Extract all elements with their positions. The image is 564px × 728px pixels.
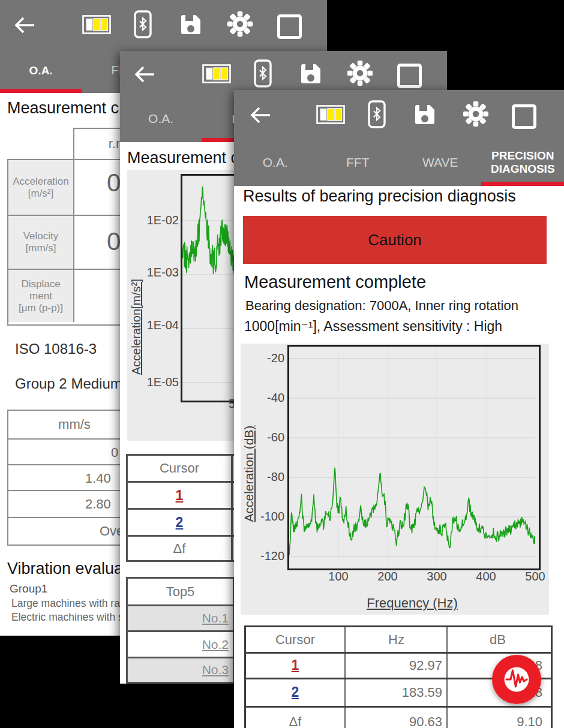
back-arrow-icon[interactable] [12, 13, 36, 37]
x-tick-label: 400 [468, 570, 504, 583]
col-header-db: dB [448, 627, 547, 652]
threshold-value: 0 [111, 445, 118, 461]
top5-no2-link[interactable]: No.2 [128, 632, 229, 658]
group1-desc-line: Electric machines with s [11, 611, 124, 624]
y-tick-label: 1E-04 [138, 318, 179, 332]
cursor-2-link[interactable]: 2 [128, 510, 231, 537]
y-tick-label: 1E-05 [138, 375, 179, 389]
stop-square-icon[interactable] [397, 64, 422, 88]
bluetooth-phone-icon[interactable] [134, 10, 152, 38]
row-label-displacement: Displace ment [μm (p-p)] [8, 270, 74, 322]
screen: { "colors": { "toolbar_gray": "#757575",… [0, 0, 564, 728]
stop-square-icon[interactable] [277, 14, 302, 39]
delta-f-db: 9.10 [448, 708, 542, 728]
tab-oa[interactable]: O.A. [120, 96, 202, 142]
x-tick-label: 500 [517, 570, 553, 583]
col-header-hz: Hz [346, 627, 446, 652]
top5-no1-link[interactable]: No.1 [128, 606, 229, 632]
tab-label: PRECISION DIAGNOSIS [485, 149, 561, 176]
top5-no3-link[interactable]: No.3 [128, 658, 229, 682]
active-tab-underline [0, 89, 82, 93]
x-tick-label: 300 [419, 570, 455, 583]
threshold-value: 2.80 [85, 497, 111, 512]
delta-f-label: Δf [246, 708, 344, 728]
cursor-1-link[interactable]: 1 [128, 483, 231, 510]
group-text: Group 2 Medium- [15, 375, 127, 392]
stop-square-icon[interactable] [512, 104, 536, 129]
settings-gear-icon[interactable] [227, 11, 253, 37]
tab-bar: O.A. FFT WAVE PRECISION DIAGNOSIS [234, 139, 564, 186]
tab-label: FFT [346, 155, 369, 170]
tab-precision-diagnosis[interactable]: PRECISION DIAGNOSIS [482, 139, 564, 186]
bluetooth-phone-icon[interactable] [368, 100, 386, 128]
precision-chart [289, 347, 535, 565]
tab-label: O.A. [148, 112, 173, 126]
y-tick-label: 1E-03 [138, 266, 179, 279]
tab-label: O.A. [29, 64, 53, 77]
measurement-complete-heading: Measurement complete [244, 272, 426, 292]
label-line: [mm/s] [8, 242, 73, 254]
caution-status-banner: Caution [243, 216, 547, 264]
waveform-pulse-icon [492, 655, 541, 704]
label-line: Displace [8, 278, 73, 290]
y-tick-label: -100 [246, 510, 284, 524]
top5-header: Top5 [128, 579, 233, 604]
tab-oa[interactable]: O.A. [234, 139, 317, 186]
back-arrow-icon[interactable] [248, 103, 272, 127]
label-line: Acceleration [8, 176, 73, 188]
row-label-velocity: Velocity [mm/s] [8, 216, 74, 269]
tab-label: O.A. [263, 155, 288, 170]
cursor-1-hz: 92.97 [346, 654, 442, 678]
toolbar [234, 90, 564, 139]
cursor-1-link[interactable]: 1 [246, 654, 344, 678]
battery-icon[interactable] [82, 15, 111, 34]
label-line: Velocity [8, 230, 73, 242]
label-line: [μm (p-p)] [8, 302, 73, 314]
toolbar [0, 0, 327, 48]
iso-standard-text: ISO 10816-3 [15, 341, 97, 357]
bluetooth-phone-icon[interactable] [254, 59, 272, 88]
save-floppy-icon[interactable] [413, 103, 437, 127]
tab-label: WAVE [422, 155, 458, 170]
velocity-value: 0 [107, 227, 121, 256]
y-tick-label: -120 [246, 549, 284, 563]
delta-f-label: Δf [128, 537, 231, 560]
y-tick-label: 1E-02 [138, 213, 179, 227]
active-tab-underline [481, 182, 564, 186]
y-tick-label: -20 [246, 351, 284, 365]
col-header-cursor: Cursor [246, 627, 344, 652]
delta-f-hz: 90.63 [346, 708, 442, 728]
row-label-acceleration: Acceleration [m/s²] [8, 160, 74, 215]
tab-wave[interactable]: WAVE [399, 139, 482, 186]
label-line: ment [8, 290, 73, 302]
tab-oa[interactable]: O.A. [0, 48, 82, 93]
cursor-header: Cursor [128, 456, 231, 481]
y-tick-label: -60 [246, 431, 284, 444]
cursor-2-link[interactable]: 2 [246, 679, 344, 706]
x-tick-label: 200 [370, 570, 406, 583]
settings-gear-icon[interactable] [347, 61, 373, 86]
vibration-evaluation-heading: Vibration evalua [7, 559, 123, 578]
y-tick-label: -40 [246, 391, 284, 405]
back-arrow-icon[interactable] [132, 62, 156, 86]
precision-x-axis-label: Frequency (Hz) [340, 595, 484, 611]
threshold-value: 1.40 [85, 471, 111, 486]
label-line: [m/s²] [8, 188, 73, 200]
cursor-2-hz: 183.59 [346, 679, 442, 706]
measure-fab-button[interactable] [492, 655, 541, 704]
battery-icon[interactable] [202, 64, 231, 83]
page-title: Measurement c [7, 99, 119, 118]
y-tick-label: -80 [246, 470, 284, 484]
group1-text: Group1 [10, 582, 47, 595]
toolbar [120, 51, 447, 96]
page-title: Measurement c [127, 149, 239, 167]
bearing-detail-line: Bearing designation: 7000A, Inner ring r… [245, 298, 518, 314]
tab-fft[interactable]: FFT [317, 139, 400, 186]
app-window-precision-diagnosis: O.A. FFT WAVE PRECISION DIAGNOSIS Result… [234, 90, 564, 728]
x-tick-label: 100 [320, 570, 356, 583]
acceleration-value: 0 [107, 169, 121, 197]
save-floppy-icon[interactable] [179, 13, 203, 37]
battery-icon[interactable] [316, 105, 345, 124]
settings-gear-icon[interactable] [463, 101, 488, 127]
save-floppy-icon[interactable] [299, 62, 323, 86]
